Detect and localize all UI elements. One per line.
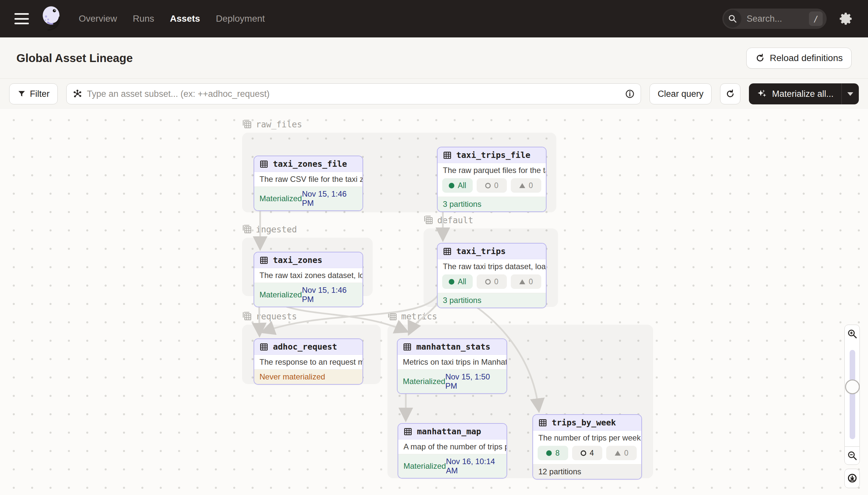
- materialized-timestamp[interactable]: Nov 15, 1:50 PM: [445, 372, 501, 391]
- search-placeholder: Search...: [747, 14, 809, 24]
- stale-triangle-icon: [519, 183, 525, 188]
- partition-status-pills: All00: [438, 177, 546, 197]
- sparkle-icon: [757, 89, 767, 99]
- asset-name: adhoc_request: [273, 342, 337, 352]
- asset-node-header[interactable]: manhattan_stats: [397, 339, 507, 355]
- asset-node-header[interactable]: taxi_zones: [254, 252, 362, 268]
- asset-node-adhoc_request[interactable]: adhoc_requestThe response to an request …: [253, 338, 363, 385]
- refresh-icon: [725, 89, 735, 99]
- failed-ring-icon: [485, 183, 491, 188]
- search-icon: [724, 10, 741, 28]
- asset-subset-query-input[interactable]: [87, 89, 620, 99]
- partition-pill[interactable]: 0: [511, 178, 541, 193]
- partition-pill[interactable]: 0: [511, 274, 541, 289]
- partition-pill-value: All: [458, 181, 466, 190]
- asset-description: The raw taxi zones dataset, loaded int..…: [254, 268, 362, 283]
- menu-icon[interactable]: [14, 13, 29, 24]
- reload-definitions-button[interactable]: Reload definitions: [746, 48, 852, 69]
- asset-node-manhattan_map[interactable]: manhattan_mapA map of the number of trip…: [397, 423, 507, 479]
- asset-name: taxi_trips_file: [456, 150, 530, 160]
- materialized-timestamp[interactable]: Nov 16, 10:14 AM: [446, 457, 501, 475]
- asset-node-taxi_trips_file[interactable]: taxi_trips_fileThe raw parquet files for…: [437, 147, 547, 212]
- partition-pill-value: 0: [494, 277, 499, 286]
- page-title: Global Asset Lineage: [16, 52, 133, 65]
- materialized-status: Materialized: [260, 194, 302, 203]
- materialized-timestamp[interactable]: Nov 15, 1:46 PM: [302, 286, 357, 304]
- refresh-graph-button[interactable]: [720, 83, 740, 104]
- top-navigation-bar: Overview Runs Assets Deployment Search..…: [0, 0, 868, 37]
- primary-nav: Overview Runs Assets Deployment: [79, 14, 265, 24]
- asset-node-header[interactable]: adhoc_request: [254, 339, 362, 355]
- partition-pill[interactable]: 0: [606, 446, 637, 460]
- asset-description: A map of the number of trips per taxi z.…: [398, 440, 507, 454]
- partition-pill-value: 0: [494, 181, 499, 190]
- lineage-canvas[interactable]: raw_files ingested default requests metr…: [0, 109, 868, 495]
- asset-node-manhattan_stats[interactable]: manhattan_statsMetrics on taxi trips in …: [397, 338, 507, 394]
- materialize-options-caret[interactable]: [842, 83, 859, 104]
- partition-pill-value: 4: [590, 449, 594, 458]
- asset-status-footer: Materialized Nov 15, 1:46 PM: [254, 283, 362, 307]
- dagster-logo-icon: [40, 5, 64, 32]
- asset-node-taxi_zones_file[interactable]: taxi_zones_fileThe raw CSV file for the …: [253, 156, 363, 211]
- zoom-slider-handle[interactable]: [845, 379, 860, 394]
- asset-node-header[interactable]: taxi_trips: [438, 243, 546, 259]
- asset-node-header[interactable]: manhattan_map: [398, 424, 507, 440]
- clear-query-button[interactable]: Clear query: [650, 83, 712, 104]
- download-icon: [847, 473, 858, 484]
- nav-deployment[interactable]: Deployment: [216, 14, 265, 24]
- zoom-slider: [844, 343, 860, 446]
- asset-name: manhattan_map: [417, 427, 481, 436]
- asset-status-footer: 12 partitions: [533, 464, 641, 479]
- asset-name: taxi_trips: [456, 246, 506, 256]
- asset-query-input-wrap: [66, 83, 641, 104]
- stale-triangle-icon: [519, 279, 525, 284]
- search-input[interactable]: Search... /: [722, 8, 827, 29]
- zoom-slider-track[interactable]: [850, 350, 855, 439]
- partition-status-pills: 840: [533, 445, 641, 464]
- asset-name: taxi_zones_file: [273, 159, 347, 169]
- materialized-status: Materialized: [403, 377, 445, 386]
- asset-status-footer: Materialized Nov 15, 1:50 PM: [397, 369, 507, 393]
- zoom-out-button[interactable]: [844, 446, 860, 465]
- search-shortcut-badge: /: [809, 12, 823, 26]
- nav-overview[interactable]: Overview: [79, 14, 117, 24]
- partition-pill[interactable]: 0: [477, 178, 507, 193]
- asset-description: The raw taxi trips dataset, loaded into …: [438, 259, 546, 274]
- asset-node-header[interactable]: taxi_trips_file: [438, 148, 546, 163]
- asset-node-header[interactable]: trips_by_week: [533, 415, 641, 431]
- partition-pill[interactable]: 8: [538, 446, 568, 460]
- stale-triangle-icon: [615, 451, 621, 456]
- table-icon: [443, 151, 452, 159]
- asset-node-taxi_trips[interactable]: taxi_tripsThe raw taxi trips dataset, lo…: [437, 243, 547, 308]
- funnel-icon: [17, 90, 26, 98]
- materialize-all-main[interactable]: Materialize all...: [749, 83, 842, 104]
- partition-pill-value: All: [458, 277, 466, 286]
- filter-button[interactable]: Filter: [9, 83, 58, 104]
- partition-pill[interactable]: All: [442, 274, 473, 289]
- materialized-dot-icon: [449, 279, 454, 285]
- nav-assets[interactable]: Assets: [170, 14, 200, 24]
- table-icon: [260, 159, 268, 168]
- asset-node-header[interactable]: taxi_zones_file: [254, 156, 362, 172]
- asset-name: manhattan_stats: [416, 342, 491, 352]
- table-icon: [403, 342, 412, 351]
- clear-query-label: Clear query: [658, 89, 704, 99]
- partition-pill[interactable]: 0: [477, 274, 507, 289]
- nav-runs[interactable]: Runs: [133, 14, 154, 24]
- materialized-dot-icon: [546, 450, 552, 456]
- materialize-all-button[interactable]: Materialize all...: [749, 83, 859, 104]
- asset-name: trips_by_week: [552, 418, 616, 427]
- partition-pill[interactable]: All: [442, 178, 473, 193]
- partition-pill[interactable]: 4: [572, 446, 603, 460]
- settings-gear-icon[interactable]: [838, 11, 854, 26]
- zoom-in-button[interactable]: [844, 325, 860, 343]
- materialized-timestamp[interactable]: Nov 15, 1:46 PM: [302, 189, 357, 208]
- partition-pill-value: 0: [529, 277, 533, 286]
- asset-name: taxi_zones: [273, 255, 322, 265]
- asset-node-taxi_zones[interactable]: taxi_zonesThe raw taxi zones dataset, lo…: [253, 252, 363, 307]
- asset-node-trips_by_week[interactable]: trips_by_weekThe number of trips per wee…: [532, 414, 642, 480]
- table-icon: [260, 342, 268, 351]
- chevron-down-icon: [847, 92, 853, 96]
- info-icon[interactable]: [625, 89, 635, 99]
- download-image-button[interactable]: [844, 469, 860, 488]
